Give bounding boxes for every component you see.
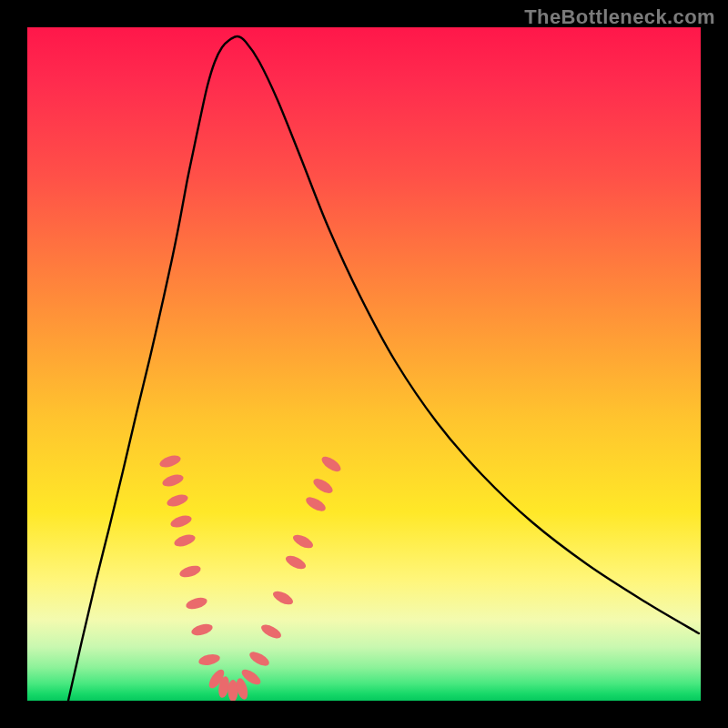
- curve-marker: [169, 513, 193, 530]
- curve-marker: [161, 472, 185, 489]
- black-frame: TheBottleneck.com: [0, 0, 728, 728]
- curve-marker: [185, 595, 208, 611]
- curve-layer: [27, 27, 701, 701]
- curve-marker: [228, 680, 238, 701]
- curve-markers: [158, 453, 343, 701]
- curve-marker: [190, 622, 214, 638]
- watermark-text: TheBottleneck.com: [524, 5, 715, 29]
- curve-marker: [259, 622, 283, 642]
- bottleneck-curve: [68, 36, 699, 701]
- curve-marker: [197, 652, 221, 667]
- curve-marker: [248, 649, 271, 669]
- curve-marker: [166, 492, 189, 509]
- curve-marker: [158, 453, 182, 470]
- curve-marker: [178, 563, 202, 580]
- curve-marker: [311, 476, 335, 496]
- curve-marker: [319, 454, 343, 475]
- curve-marker: [304, 494, 328, 514]
- curve-marker: [271, 589, 295, 608]
- curve-marker: [284, 553, 308, 571]
- plot-area: [27, 27, 701, 701]
- curve-marker: [291, 532, 315, 551]
- curve-marker: [173, 532, 197, 549]
